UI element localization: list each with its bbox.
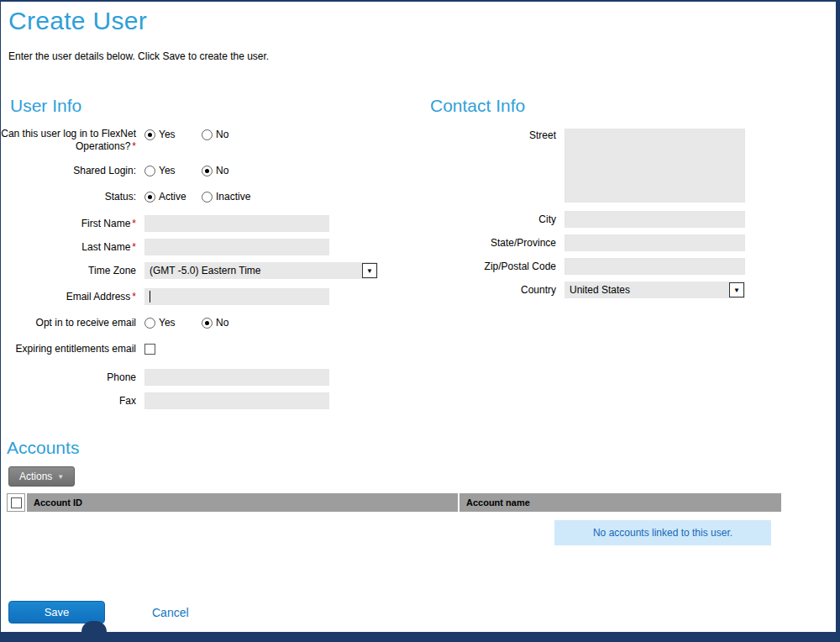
page-border-top	[0, 0, 840, 2]
field-label: Email Address*	[0, 291, 136, 303]
time-zone-selected-value: (GMT -5.0) Eastern Time	[150, 265, 260, 276]
field-label: Expiring entitlements email	[0, 343, 136, 355]
page-title: Create User	[8, 7, 840, 35]
field-row-street: Street	[425, 128, 820, 203]
cancel-link[interactable]: Cancel	[152, 606, 189, 619]
field-label: Fax	[0, 395, 136, 408]
no-accounts-message: No accounts linked to this user.	[554, 520, 771, 545]
state-input[interactable]	[564, 234, 745, 251]
radio-group-shared-login: Yes No	[144, 165, 228, 176]
field-row-fax: Fax	[0, 392, 425, 409]
field-row-zip: Zip/Postal Code	[425, 258, 820, 275]
required-mark: *	[132, 140, 136, 152]
country-selected-value: United States	[570, 284, 630, 296]
form-footer: Save Cancel	[8, 601, 840, 624]
accounts-table-header: Account ID Account name	[7, 493, 781, 512]
field-label: Phone	[0, 371, 136, 384]
radio-option-opt-in-yes[interactable]: Yes	[144, 317, 202, 329]
field-label: First Name*	[0, 218, 136, 230]
radio-icon[interactable]	[144, 129, 155, 140]
radio-group-opt-in: Yes No	[144, 317, 228, 329]
required-mark: *	[132, 241, 136, 253]
field-label: Can this user log in to FlexNet Operatio…	[0, 128, 136, 153]
phone-input[interactable]	[144, 369, 329, 386]
required-mark: *	[132, 218, 136, 229]
chevron-down-icon[interactable]: ▼	[362, 263, 377, 278]
email-input[interactable]	[144, 288, 329, 305]
radio-icon[interactable]	[144, 318, 155, 329]
radio-option-login-no[interactable]: No	[202, 129, 228, 140]
field-row-first-name: First Name*	[0, 215, 425, 232]
required-mark: *	[132, 291, 136, 303]
radio-icon[interactable]	[144, 166, 155, 176]
field-label: Street	[425, 129, 556, 142]
select-all-cell	[7, 493, 25, 512]
radio-label: Inactive	[216, 191, 250, 203]
field-label: Last Name*	[0, 241, 136, 254]
chevron-down-icon[interactable]: ▼	[729, 282, 744, 297]
field-row-opt-in: Opt in to receive email Yes No	[0, 315, 425, 330]
page-border-right	[836, 0, 840, 642]
field-row-login: Can this user log in to FlexNet Operatio…	[0, 128, 425, 153]
field-row-status: Status: Active Inactive	[0, 189, 425, 204]
field-row-city: City	[425, 211, 820, 228]
expiring-email-checkbox[interactable]	[144, 344, 155, 355]
radio-option-login-yes[interactable]: Yes	[144, 129, 202, 140]
radio-icon[interactable]	[144, 192, 155, 203]
field-row-phone: Phone	[0, 369, 425, 386]
radio-icon[interactable]	[202, 318, 213, 329]
field-label: Status:	[0, 191, 136, 203]
page-border-left	[0, 0, 1, 642]
column-header-account-id: Account ID	[27, 493, 459, 512]
country-select[interactable]: United States ▼	[564, 282, 745, 298]
text-caret	[150, 291, 150, 303]
page-border-bottom	[0, 632, 840, 642]
field-row-last-name: Last Name*	[0, 239, 425, 255]
street-textarea[interactable]	[564, 129, 745, 203]
field-label: Zip/Postal Code	[425, 260, 556, 273]
radio-icon[interactable]	[202, 192, 213, 203]
save-button[interactable]: Save	[8, 601, 105, 624]
field-row-shared-login: Shared Login: Yes No	[0, 163, 425, 178]
radio-icon[interactable]	[202, 166, 213, 176]
field-row-state: State/Province	[425, 234, 820, 251]
radio-label: No	[216, 129, 228, 140]
city-input[interactable]	[564, 211, 745, 228]
field-label: City	[425, 213, 556, 226]
radio-label: Yes	[159, 129, 176, 140]
accounts-heading: Accounts	[7, 438, 840, 458]
radio-option-status-inactive[interactable]: Inactive	[202, 191, 250, 203]
field-label: Shared Login:	[0, 165, 136, 177]
radio-group-login: Yes No	[144, 129, 228, 140]
user-info-heading: User Info	[10, 96, 425, 116]
accounts-section: Accounts Actions ▼ Account ID Account na…	[0, 438, 840, 545]
contact-info-heading: Contact Info	[430, 96, 820, 116]
page-subtitle: Enter the user details below. Click Save…	[8, 50, 840, 62]
radio-label: Yes	[159, 317, 176, 329]
field-label: Time Zone	[0, 265, 136, 277]
radio-label: Yes	[159, 165, 176, 176]
form-columns: User Info Can this user log in to FlexNe…	[0, 96, 840, 409]
radio-label: No	[216, 165, 228, 176]
last-name-input[interactable]	[144, 239, 329, 255]
select-all-checkbox[interactable]	[11, 497, 22, 508]
radio-group-status: Active Inactive	[144, 191, 250, 203]
first-name-input[interactable]	[144, 215, 329, 232]
contact-info-section: Contact Info Street City State/Province …	[425, 96, 820, 409]
time-zone-select[interactable]: (GMT -5.0) Eastern Time ▼	[144, 262, 378, 279]
chevron-down-icon: ▼	[57, 473, 64, 481]
actions-button[interactable]: Actions ▼	[8, 466, 75, 487]
field-label: Opt in to receive email	[0, 317, 136, 329]
radio-option-opt-in-no[interactable]: No	[202, 317, 228, 329]
fax-input[interactable]	[144, 392, 329, 409]
radio-icon[interactable]	[202, 129, 213, 140]
field-label: State/Province	[425, 237, 556, 250]
radio-option-shared-yes[interactable]: Yes	[144, 165, 202, 176]
radio-label: Active	[159, 191, 186, 203]
field-row-expiring-email: Expiring entitlements email	[0, 341, 425, 356]
field-row-country: Country United States ▼	[425, 282, 820, 298]
zip-input[interactable]	[564, 258, 745, 275]
field-row-email: Email Address*	[0, 288, 425, 305]
radio-option-shared-no[interactable]: No	[202, 165, 228, 176]
radio-option-status-active[interactable]: Active	[144, 191, 202, 203]
